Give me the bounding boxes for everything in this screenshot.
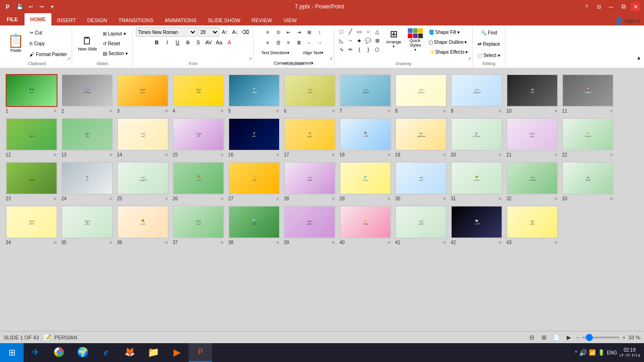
slide-thumb-10[interactable]: ⛰کوه [506, 74, 558, 107]
slide-star-40[interactable]: ★ [387, 239, 391, 246]
slide-star-26[interactable]: ★ [220, 196, 224, 202]
slide-star-3[interactable]: ★ [164, 108, 169, 114]
slide-star-1[interactable]: ★ [53, 108, 58, 114]
slide-thumb-40[interactable]: 🕌مسجد [339, 206, 391, 239]
customize-qa-button[interactable]: ▾ [48, 2, 57, 11]
slide-item[interactable]: 🦁شیر 26 ★ [173, 162, 224, 202]
layout-button[interactable]: ⊞ Layout▾ [101, 29, 130, 38]
slide-panel[interactable]: 🌲🌧متن 1 ★ 🐦🐦حیوانات 2 ★ جدولدرس [0, 68, 644, 331]
minimize-button[interactable]: ─ [606, 2, 616, 11]
slide-star-7[interactable]: ★ [387, 108, 391, 114]
slide-item[interactable]: 🌄منظره 11 ★ [562, 74, 614, 114]
slide-thumb-2[interactable]: 🐦🐦حیوانات [61, 74, 113, 107]
slide-thumb-26[interactable]: 🦁شیر [173, 162, 224, 195]
tray-battery[interactable]: 🔋 [598, 349, 605, 356]
slide-item[interactable]: جدولسبز 37 ★ [173, 206, 224, 246]
slide-item[interactable]: جدولدرس 21 ★ [506, 118, 558, 158]
slide-thumb-22[interactable]: 🌾مزرعه [562, 118, 614, 151]
tray-volume[interactable]: 🔊 [579, 349, 587, 356]
shadow-button[interactable]: S [194, 38, 203, 47]
slide-thumb-11[interactable]: 🌄منظره [562, 74, 614, 107]
taskbar-mediaplayer[interactable]: ▶ [165, 343, 189, 362]
clipboard-dialog-launcher[interactable]: ↗ [67, 57, 71, 61]
slide-star-27[interactable]: ★ [275, 196, 280, 202]
slide-thumb-21[interactable]: جدولدرس [506, 118, 558, 151]
line-spacing-button[interactable]: ↕ [315, 27, 324, 37]
format-painter-button[interactable]: 🖌 Format Painter [28, 49, 69, 59]
shape-freeform[interactable]: ✏ [346, 45, 355, 54]
slide-thumb-37[interactable]: جدولسبز [173, 206, 224, 239]
tab-file[interactable]: FILE [0, 13, 25, 25]
slide-star-9[interactable]: ★ [498, 108, 503, 114]
select-button[interactable]: ⬚ Select▾ [476, 50, 502, 60]
shape-line[interactable]: ╱ [346, 27, 355, 36]
slide-thumb-12[interactable]: 🦌حیوان [6, 118, 58, 151]
taskbar-ie[interactable]: e [94, 343, 118, 362]
slide-item[interactable]: 🕌مسجد 40 ★ [339, 206, 391, 246]
slide-thumb-43[interactable]: متنرنگی [506, 206, 558, 239]
change-case-button[interactable]: Aa [215, 38, 224, 47]
slide-item[interactable]: جدولرنگی 35 ★ [61, 206, 113, 246]
slide-star-35[interactable]: ★ [108, 239, 113, 246]
slide-star-29[interactable]: ★ [387, 196, 391, 202]
slide-item[interactable]: 🌿طبیعت 23 ★ [6, 162, 58, 202]
slideshow-view-button[interactable]: ▶ [564, 333, 573, 342]
slide-star-10[interactable]: ★ [553, 108, 558, 114]
slide-star-38[interactable]: ★ [275, 239, 280, 246]
slide-star-18[interactable]: ★ [387, 152, 391, 158]
help-button[interactable]: ? [582, 2, 591, 11]
redo-button[interactable]: ↪ [37, 2, 46, 11]
slide-item[interactable]: 🌊آبشار 33 ★ [562, 162, 614, 202]
zoom-minus-button[interactable]: − [576, 335, 579, 340]
slide-thumb-30[interactable]: متنادبی [395, 162, 447, 195]
zoom-plus-button[interactable]: + [622, 335, 625, 340]
shape-fill-button[interactable]: 🪣 Shape Fill▾ [427, 27, 470, 37]
slide-item[interactable]: متنادبی 14 ★ [117, 118, 169, 158]
replace-button[interactable]: ⇄ Replace [476, 39, 502, 49]
slide-star-14[interactable]: ★ [164, 152, 169, 158]
slide-thumb-35[interactable]: جدولرنگی [61, 206, 113, 239]
slide-thumb-33[interactable]: 🌊آبشار [562, 162, 614, 195]
slide-star-22[interactable]: ★ [609, 152, 614, 158]
slide-thumb-27[interactable]: 🐪شتر [228, 162, 280, 195]
slide-star-13[interactable]: ★ [108, 152, 113, 158]
slide-star-6[interactable]: ★ [331, 108, 336, 114]
slide-thumb-9[interactable]: متنآموزش [451, 74, 503, 107]
slide-thumb-1[interactable]: 🌲🌧متن [6, 74, 58, 107]
find-button[interactable]: 🔍 Find [479, 27, 499, 38]
slide-item[interactable]: جدولرنگ 13 ★ [61, 118, 113, 158]
notes-button[interactable]: 📝 [43, 334, 51, 341]
tray-network[interactable]: 📶 [589, 349, 596, 356]
normal-view-button[interactable]: ⊟ [527, 333, 537, 342]
slide-item[interactable]: جدولدرس 3 ★ [117, 74, 169, 114]
char-spacing-button[interactable]: AV [204, 38, 214, 47]
undo-button[interactable]: ↩ [26, 2, 35, 11]
taskbar-explorer[interactable]: 📁 [141, 343, 165, 362]
slide-item[interactable]: متنفارسی 7 ★ [339, 74, 391, 114]
slide-star-11[interactable]: ★ [609, 108, 614, 114]
shape-outline-button[interactable]: ▢ Shape Outline▾ [427, 37, 470, 47]
slide-item[interactable]: 🦌حیوان 12 ★ [6, 118, 58, 158]
decrease-indent-button[interactable]: ⇤ [284, 27, 293, 37]
tab-slideshow[interactable]: SLIDE SHOW [202, 15, 246, 25]
shape-oval[interactable]: ○ [364, 27, 372, 36]
slide-thumb-34[interactable]: جدولاعداد [6, 206, 58, 239]
slide-thumb-41[interactable]: متنقرآن [395, 206, 447, 239]
slide-item[interactable]: 🌫مه 24 ★ [61, 162, 113, 202]
numbering-button[interactable]: ① [273, 27, 283, 37]
slide-sorter-button[interactable]: ⊞ [539, 333, 549, 342]
bold-button[interactable]: B [152, 38, 162, 47]
slide-star-15[interactable]: ★ [220, 152, 224, 158]
slide-item[interactable]: 📖کتاب 42 ★ [451, 206, 503, 246]
slide-thumb-23[interactable]: 🌿طبیعت [6, 162, 58, 195]
slide-thumb-13[interactable]: جدولرنگ [61, 118, 113, 151]
slide-thumb-31[interactable]: 🌳درخت [451, 162, 503, 195]
shape-callout[interactable]: 💬 [364, 36, 372, 45]
taskbar-telegram[interactable]: ✈ [24, 343, 47, 362]
taskbar-firefox[interactable]: 🦊 [118, 343, 141, 362]
shape-extra[interactable]: ⬡ [373, 45, 381, 54]
zoom-slider[interactable] [582, 337, 619, 338]
slide-item[interactable]: متنفارسی 32 ★ [506, 162, 558, 202]
tab-design[interactable]: DESIGN [82, 15, 113, 25]
section-button[interactable]: ▤ Section▾ [101, 49, 130, 58]
